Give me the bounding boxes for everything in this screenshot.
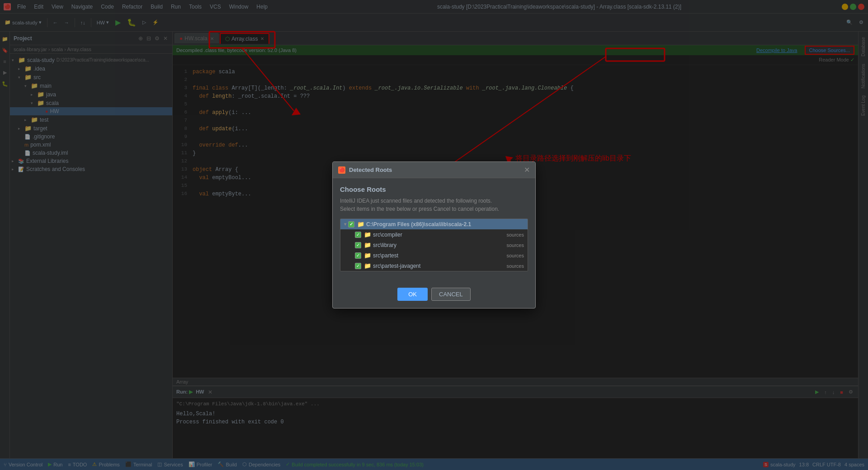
root-tree-item[interactable]: ▾ ✓ 📁 C:\Program Files (x86)\scala\lib\s…	[340, 219, 528, 229]
dialog-title-bar: 🔴 Detected Roots ✕	[333, 162, 535, 178]
dialog-footer: OK CANCEL	[333, 284, 535, 308]
item-type-tag: sources	[506, 263, 524, 269]
dialog-description: IntelliJ IDEA just scanned files and det…	[340, 197, 528, 213]
tree-item-label: src\partest-javagent	[373, 263, 506, 269]
tree-item[interactable]: ✓ 📁 src\compiler sources	[340, 229, 528, 240]
dialog-icon: 🔴	[338, 166, 345, 174]
item-type-tag: sources	[506, 242, 524, 248]
checkbox[interactable]: ✓	[348, 221, 354, 228]
tree-item-label: src\partest	[373, 252, 506, 259]
dialog-body: Choose Roots IntelliJ IDEA just scanned …	[333, 178, 535, 284]
tree-item[interactable]: ✓ 📁 src\partest sources	[340, 250, 528, 261]
modal-overlay: 🔴 Detected Roots ✕ Choose Roots IntelliJ…	[0, 0, 868, 470]
dialog-heading: Choose Roots	[340, 185, 528, 193]
folder-icon: 📁	[364, 252, 371, 259]
roots-tree: ▾ ✓ 📁 C:\Program Files (x86)\scala\lib\s…	[340, 218, 528, 271]
tree-item[interactable]: ✓ 📁 src\library sources	[340, 240, 528, 250]
dialog-close-button[interactable]: ✕	[524, 166, 530, 174]
detected-roots-dialog: 🔴 Detected Roots ✕ Choose Roots IntelliJ…	[332, 161, 536, 309]
dialog-title: Detected Roots	[349, 166, 524, 173]
checkbox[interactable]: ✓	[355, 263, 361, 269]
folder-icon: 📁	[364, 242, 371, 248]
tree-item-label: src\compiler	[373, 232, 506, 238]
expand-arrow-icon: ▾	[344, 222, 346, 227]
ok-button[interactable]: OK	[397, 288, 428, 301]
folder-icon: 📁	[364, 231, 371, 238]
checkbox[interactable]: ✓	[355, 242, 361, 248]
tree-item[interactable]: ✓ 📁 src\partest-javagent sources	[340, 261, 528, 271]
checkbox[interactable]: ✓	[355, 232, 361, 238]
item-type-tag: sources	[506, 253, 524, 258]
tree-item-label: src\library	[373, 242, 506, 248]
cancel-button[interactable]: CANCEL	[431, 288, 471, 301]
item-type-tag: sources	[506, 232, 524, 237]
folder-icon: 📁	[364, 262, 371, 269]
folder-icon: 📁	[357, 221, 364, 228]
tree-item-label: C:\Program Files (x86)\scala\lib\scala-2…	[366, 221, 524, 228]
checkbox[interactable]: ✓	[355, 252, 361, 259]
